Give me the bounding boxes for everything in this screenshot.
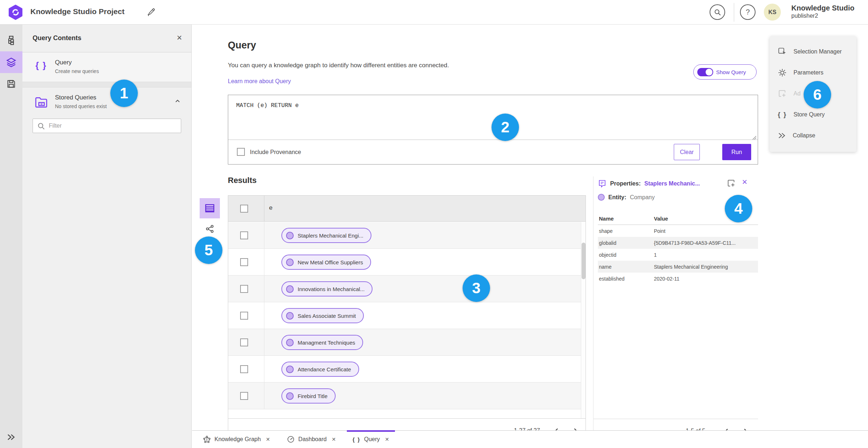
tab-dashboard[interactable]: Dashboard ✕: [281, 431, 342, 448]
entity-pill[interactable]: Managment Techniques: [281, 335, 363, 350]
results-table: e Staplers Mechanical Engi... New Metal …: [228, 195, 586, 443]
panel-title: Query Contents: [33, 34, 81, 42]
property-row[interactable]: shape Point: [598, 225, 758, 237]
entity-dot-icon: [286, 339, 294, 346]
property-row[interactable]: globalid {5D9B4713-F98D-4A53-A59F-C11...: [598, 237, 758, 249]
annotation-badge-2: 2: [492, 114, 519, 141]
close-panel-icon[interactable]: ✕: [176, 34, 182, 42]
clear-button[interactable]: Clear: [674, 144, 700, 160]
menu-item-label: Collapse: [793, 132, 815, 139]
braces-icon: { }: [353, 436, 361, 443]
property-row[interactable]: established 2020-02-11: [598, 273, 758, 285]
include-provenance-checkbox[interactable]: [237, 148, 245, 156]
row-checkbox[interactable]: [240, 231, 248, 239]
table-row[interactable]: Innovations in Mechanical...: [228, 276, 586, 302]
table-row[interactable]: Sales Associate Summit: [228, 302, 586, 329]
table-row[interactable]: Staplers Mechanical Engi...: [228, 222, 586, 249]
close-tab-icon[interactable]: ✕: [332, 436, 336, 442]
menu-item-label: Parameters: [793, 69, 824, 76]
query-options-row: Include Provenance Clear Run: [228, 140, 758, 164]
stored-queries-subtitle: No stored queries exist: [55, 103, 107, 109]
toggle-track[interactable]: [697, 68, 713, 76]
property-value: 2020-02-11: [654, 276, 758, 282]
property-name: name: [598, 264, 654, 270]
table-row[interactable]: Firebird Title: [228, 383, 586, 409]
show-query-toggle[interactable]: Show Query: [693, 64, 757, 80]
global-search-button[interactable]: [710, 4, 725, 20]
column-header-e: e: [269, 204, 272, 212]
stored-queries-title: Stored Queries: [55, 94, 96, 101]
data-model-rail-button[interactable]: [0, 30, 22, 51]
sidebar-item-query[interactable]: { } Query Create new queries: [22, 52, 191, 82]
row-checkbox[interactable]: [240, 285, 248, 293]
property-row[interactable]: objectid 1: [598, 249, 758, 261]
run-button[interactable]: Run: [722, 144, 751, 160]
row-checkbox[interactable]: [240, 258, 248, 266]
table-row[interactable]: Attendance Certificate: [228, 356, 586, 383]
entity-label: Attendance Certificate: [298, 366, 351, 372]
collapse-section-chevron-icon[interactable]: [174, 98, 181, 106]
contents-rail-button[interactable]: [0, 51, 22, 73]
entity-pill[interactable]: Firebird Title: [281, 388, 336, 404]
entity-dot-icon: [286, 366, 294, 373]
bottom-tab-bar: Knowledge Graph ✕ Dashboard ✕ { } Query …: [192, 430, 868, 448]
query-contents-header: Query Contents ✕: [22, 25, 191, 52]
query-item-subtitle: Create new queries: [55, 68, 99, 74]
row-checkbox[interactable]: [240, 365, 248, 373]
filter-input[interactable]: [49, 119, 179, 133]
row-checkbox[interactable]: [240, 338, 248, 346]
entity-label: Staplers Mechanical Engi...: [298, 232, 363, 239]
user-avatar[interactable]: KS: [764, 4, 781, 21]
scrollbar-thumb[interactable]: [582, 243, 586, 279]
property-value: Point: [654, 228, 758, 234]
property-value: 1: [654, 252, 758, 258]
row-checkbox[interactable]: [240, 312, 248, 320]
save-rail-button[interactable]: [0, 73, 22, 95]
user-info[interactable]: Knowledge Studio publisher2: [791, 4, 854, 19]
annotation-badge-5: 5: [195, 236, 222, 264]
close-tab-icon[interactable]: ✕: [266, 436, 270, 442]
double-chevron-right-icon: [7, 434, 16, 441]
parameters-menu-item[interactable]: Parameters: [770, 62, 856, 83]
edit-title-icon[interactable]: [146, 7, 156, 17]
entity-pill[interactable]: Sales Associate Summit: [281, 308, 364, 323]
tab-query-active[interactable]: { } Query ✕: [347, 431, 395, 448]
results-table-body: Staplers Mechanical Engi... New Metal Of…: [228, 222, 586, 418]
help-button[interactable]: ?: [740, 4, 756, 20]
entity-label: Firebird Title: [298, 393, 328, 399]
braces-icon: { }: [778, 111, 787, 119]
close-properties-icon[interactable]: ✕: [742, 178, 748, 186]
panel-divider: [22, 82, 191, 88]
entity-type-row: Entity: Company: [598, 194, 655, 201]
properties-label: Properties:: [610, 180, 641, 187]
entity-pill[interactable]: New Metal Office Suppliers: [281, 255, 371, 270]
toggle-knob: [706, 69, 712, 76]
tab-label: Query: [364, 436, 380, 443]
filter-search-icon: [37, 122, 45, 130]
save-icon: [6, 79, 16, 89]
table-scrollbar[interactable]: [581, 222, 586, 418]
braces-icon: { }: [35, 60, 47, 71]
close-tab-icon[interactable]: ✕: [385, 436, 389, 442]
select-all-checkbox[interactable]: [240, 205, 248, 213]
table-view-button[interactable]: [200, 198, 220, 218]
link-chart-view-button[interactable]: [204, 223, 216, 235]
property-row[interactable]: name Staplers Mechanical Engineering: [598, 261, 758, 273]
collapse-menu-item[interactable]: Collapse: [770, 125, 856, 146]
tab-knowledge-graph[interactable]: Knowledge Graph ✕: [197, 431, 276, 448]
table-row[interactable]: Managment Techniques: [228, 329, 586, 356]
properties-entity-link[interactable]: Staplers Mechanic...: [644, 180, 700, 187]
menu-item-label: Store Query: [793, 111, 825, 118]
expand-rail-button[interactable]: [0, 430, 22, 444]
entity-pill[interactable]: Innovations in Mechanical...: [281, 281, 373, 296]
add-to-selection-icon[interactable]: [727, 179, 736, 189]
entity-pill[interactable]: Attendance Certificate: [281, 362, 359, 377]
layers-icon: [6, 57, 17, 68]
selection-manager-menu-item[interactable]: Selection Manager: [770, 41, 856, 62]
sidebar-item-stored-queries[interactable]: Stored Queries No stored queries exist: [22, 88, 191, 116]
row-checkbox[interactable]: [240, 392, 248, 400]
learn-more-link[interactable]: Learn more about Query: [228, 78, 291, 85]
entity-type-value: Company: [630, 194, 655, 201]
entity-pill[interactable]: Staplers Mechanical Engi...: [281, 228, 371, 243]
table-row[interactable]: New Metal Office Suppliers: [228, 249, 586, 276]
